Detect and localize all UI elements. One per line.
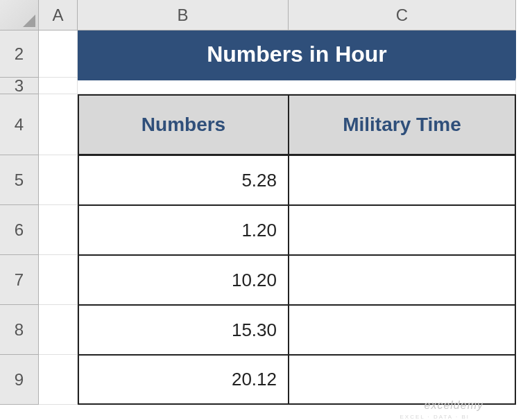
row-header-2[interactable]: 2 — [0, 30, 39, 78]
row-header-3[interactable]: 3 — [0, 78, 39, 94]
cell-c9[interactable] — [289, 355, 516, 405]
cell-a6[interactable] — [39, 205, 78, 255]
column-header-b[interactable]: B — [78, 0, 289, 30]
cell-b7[interactable]: 10.20 — [78, 255, 289, 305]
cell-a8[interactable] — [39, 305, 78, 355]
cell-a4[interactable] — [39, 94, 78, 155]
select-all-corner[interactable] — [0, 0, 39, 30]
column-header-a[interactable]: A — [39, 0, 78, 30]
cell-c6[interactable] — [289, 205, 516, 255]
cell-b9[interactable]: 20.12 — [78, 355, 289, 405]
cell-a5[interactable] — [39, 155, 78, 205]
table-header-numbers[interactable]: Numbers — [78, 94, 289, 155]
row-header-5[interactable]: 5 — [0, 155, 39, 205]
cell-a2[interactable] — [39, 30, 78, 78]
watermark-subtext: EXCEL · DATA · BI — [400, 414, 470, 420]
cell-c8[interactable] — [289, 305, 516, 355]
row-header-7[interactable]: 7 — [0, 255, 39, 305]
cell-a7[interactable] — [39, 255, 78, 305]
title-underline[interactable] — [78, 78, 516, 94]
cell-b6[interactable]: 1.20 — [78, 205, 289, 255]
row-header-6[interactable]: 6 — [0, 205, 39, 255]
row-header-9[interactable]: 9 — [0, 355, 39, 405]
title-cell[interactable]: Numbers in Hour — [78, 30, 516, 78]
cell-c7[interactable] — [289, 255, 516, 305]
watermark-text: exceldemy — [424, 399, 483, 412]
cell-a3[interactable] — [39, 78, 78, 94]
cell-b8[interactable]: 15.30 — [78, 305, 289, 355]
column-header-c[interactable]: C — [289, 0, 516, 30]
row-header-8[interactable]: 8 — [0, 305, 39, 355]
spreadsheet-grid: A B C 2 Numbers in Hour 3 4 Numbers Mili… — [0, 0, 532, 405]
row-header-4[interactable]: 4 — [0, 94, 39, 155]
cell-c5[interactable] — [289, 155, 516, 205]
cell-a9[interactable] — [39, 355, 78, 405]
cell-b5[interactable]: 5.28 — [78, 155, 289, 205]
table-header-military-time[interactable]: Military Time — [289, 94, 516, 155]
